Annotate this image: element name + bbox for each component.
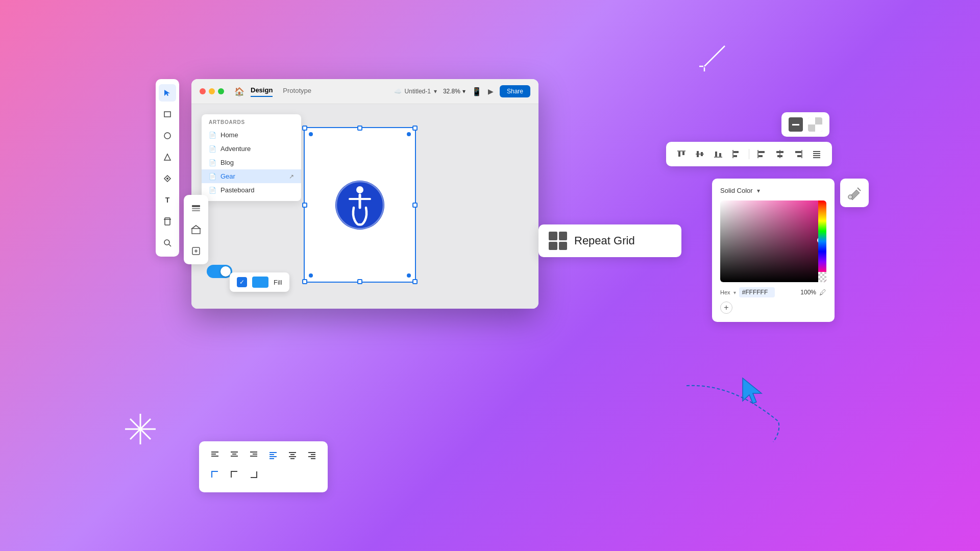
svg-rect-24	[808, 117, 815, 124]
tool-rectangle[interactable]	[159, 106, 176, 123]
handle-mid-right[interactable]	[412, 203, 418, 208]
checker-icon[interactable]	[808, 117, 822, 132]
align-left[interactable]	[754, 147, 769, 161]
svg-rect-38	[758, 151, 765, 153]
svg-marker-78	[192, 226, 200, 229]
subtract-icon[interactable]	[789, 117, 803, 132]
tool-pen[interactable]	[159, 170, 176, 187]
align-right[interactable]	[791, 147, 805, 161]
artboard-gear[interactable]: 📄 Gear ↗	[202, 169, 301, 183]
maximize-button[interactable]	[218, 88, 224, 94]
ta-corner-tr[interactable]	[246, 467, 261, 482]
align-top[interactable]	[674, 147, 689, 161]
corner-rotation-tr[interactable]	[407, 132, 411, 136]
solid-color-label: Solid Color	[720, 187, 753, 194]
svg-rect-45	[797, 155, 801, 157]
tool-text[interactable]: T	[159, 191, 176, 209]
dropdown-chevron[interactable]: ▾	[434, 88, 437, 95]
ta-row-1	[207, 447, 320, 463]
align-justify[interactable]	[810, 147, 824, 161]
tool-crop[interactable]	[159, 213, 176, 230]
solid-color-dropdown[interactable]: ▾	[757, 187, 760, 194]
canvas-area[interactable]: ARTBOARDS 📄 Home 📄 Adventure 📄 Blog 📄 Ge…	[191, 104, 538, 309]
ta-align-tl[interactable]	[207, 447, 223, 463]
svg-rect-39	[758, 155, 763, 157]
add-color-button[interactable]: +	[720, 302, 732, 314]
ta-align-br[interactable]	[304, 447, 320, 463]
handle-bottom-right[interactable]	[412, 279, 418, 284]
cloud-icon: ☁️	[394, 88, 402, 95]
corner-rotation-br[interactable]	[407, 273, 411, 278]
ta-corner-tc[interactable]	[227, 467, 242, 482]
eyedropper-small-icon[interactable]: 🖊	[819, 288, 826, 296]
tool-ellipse[interactable]	[159, 127, 176, 144]
ta-align-bl[interactable]	[265, 447, 281, 463]
tool-zoom[interactable]	[159, 234, 176, 252]
svg-marker-13	[164, 90, 170, 96]
tool-select[interactable]	[159, 84, 176, 102]
artboards-panel: ARTBOARDS 📄 Home 📄 Adventure 📄 Blog 📄 Ge…	[202, 114, 301, 201]
play-button[interactable]: ▶	[488, 87, 494, 95]
mt-layers[interactable]	[187, 199, 205, 217]
handle-top-left[interactable]	[302, 126, 307, 131]
ta-align-bc[interactable]	[285, 447, 300, 463]
fill-color-swatch[interactable]	[252, 277, 268, 288]
artboard-home[interactable]: 📄 Home	[202, 128, 301, 142]
fill-checkbox[interactable]: ✓	[237, 277, 247, 287]
gradient-dark	[720, 201, 826, 282]
ta-row-2	[207, 467, 320, 482]
close-button[interactable]	[200, 88, 206, 94]
handle-bottom-left[interactable]	[302, 279, 307, 284]
handle-bottom-center[interactable]	[357, 279, 362, 284]
tab-prototype[interactable]: Prototype	[283, 87, 311, 96]
toggle-switch[interactable]	[207, 265, 232, 278]
svg-rect-76	[192, 210, 200, 211]
checker-strip[interactable]	[818, 272, 826, 282]
tab-design[interactable]: Design	[251, 86, 273, 97]
align-bottom[interactable]	[711, 147, 725, 161]
handle-top-center[interactable]	[357, 126, 362, 131]
svg-rect-35	[733, 151, 739, 153]
fill-panel: ✓ Fill	[230, 272, 289, 292]
handle-mid-left[interactable]	[302, 203, 307, 208]
artboard-blog[interactable]: 📄 Blog	[202, 156, 301, 169]
ta-corner-tl[interactable]	[207, 467, 223, 482]
svg-rect-18	[165, 218, 170, 225]
minimize-button[interactable]	[209, 88, 215, 94]
share-button[interactable]: Share	[500, 85, 530, 97]
svg-rect-22	[792, 124, 799, 126]
external-link-icon[interactable]: ↗	[289, 173, 294, 180]
color-gradient-picker[interactable]	[720, 201, 826, 282]
tool-triangle[interactable]	[159, 148, 176, 166]
rainbow-strip[interactable]	[818, 201, 826, 272]
mt-plugins[interactable]	[187, 242, 205, 260]
repeat-grid-panel: Repeat Grid	[538, 224, 681, 257]
repeat-grid-label: Repeat Grid	[574, 234, 635, 247]
ta-align-tc[interactable]	[227, 447, 242, 463]
zoom-dropdown[interactable]: ▾	[462, 88, 465, 95]
artboard-pasteboard[interactable]: 📄 Pasteboard	[202, 183, 301, 197]
svg-point-20	[164, 240, 169, 245]
corner-rotation-bl[interactable]	[309, 273, 313, 278]
device-icon[interactable]: 📱	[472, 87, 482, 96]
home-icon[interactable]: 🏠	[234, 87, 244, 96]
align-left-v[interactable]	[729, 147, 744, 161]
artboards-header: ARTBOARDS	[202, 114, 301, 128]
canvas-selected-element[interactable]	[304, 127, 416, 283]
svg-rect-36	[733, 155, 737, 157]
ta-align-tr[interactable]	[246, 447, 261, 463]
handle-top-right[interactable]	[412, 126, 418, 131]
eyedropper-panel[interactable]	[840, 179, 869, 207]
align-middle-h[interactable]	[693, 147, 707, 161]
hex-input[interactable]	[739, 287, 775, 297]
svg-point-15	[164, 133, 170, 139]
hex-dropdown[interactable]: ▾	[733, 290, 736, 295]
artboard-adventure[interactable]: 📄 Adventure	[202, 142, 301, 156]
artboard-pasteboard-label: Pasteboard	[220, 186, 255, 194]
corner-rotation-tl[interactable]	[309, 132, 313, 136]
mt-assets[interactable]	[187, 220, 205, 239]
svg-point-17	[166, 178, 168, 180]
svg-rect-33	[719, 153, 721, 157]
svg-rect-75	[192, 208, 200, 209]
align-center-v[interactable]	[773, 147, 787, 161]
